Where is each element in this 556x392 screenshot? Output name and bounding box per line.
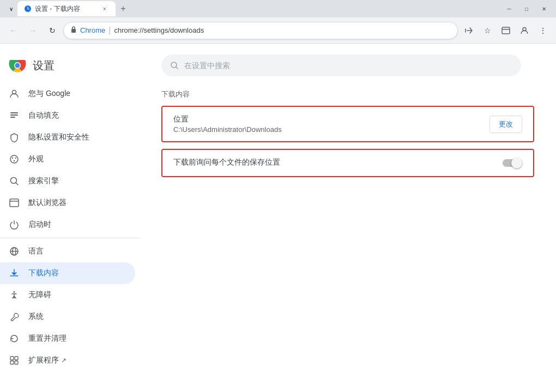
location-card: 位置 C:\Users\Administrator\Downloads 更改 xyxy=(161,106,534,142)
window-controls: ─ □ ✕ xyxy=(501,3,552,14)
svg-rect-1 xyxy=(71,29,76,33)
sidebar-item-downloads[interactable]: 下载内容 xyxy=(0,262,135,284)
svg-point-14 xyxy=(10,155,18,163)
sidebar-label-privacy: 隐私设置和安全性 xyxy=(28,132,89,142)
address-bar[interactable]: Chrome | chrome://settings/downloads xyxy=(63,22,458,39)
svg-point-9 xyxy=(15,63,20,68)
settings-search-bar[interactable] xyxy=(161,55,521,76)
sidebar-item-google[interactable]: 您与 Google xyxy=(0,83,135,105)
sidebar-item-privacy[interactable]: 隐私设置和安全性 xyxy=(0,126,135,148)
titlebar: ∨ 设置 - 下载内容 × + ─ □ ✕ xyxy=(0,0,556,17)
location-content: 位置 C:\Users\Administrator\Downloads xyxy=(173,114,489,134)
ask-location-content: 下载前询问每个文件的保存位置 xyxy=(173,158,503,168)
sidebar-label-appearance: 外观 xyxy=(28,154,44,164)
puzzle-icon xyxy=(9,355,20,366)
sidebar-label-google: 您与 Google xyxy=(28,89,70,99)
sidebar: 设置 您与 Google 自动填充 隐私设置和安全性 外观 xyxy=(0,44,140,392)
search-icon xyxy=(9,176,20,186)
browser-tab[interactable]: 设置 - 下载内容 × xyxy=(17,1,116,16)
sidebar-divider xyxy=(0,238,140,238)
sidebar-label-reset: 重置并清理 xyxy=(28,334,67,343)
sidebar-label-search: 搜索引擎 xyxy=(28,176,59,186)
svg-rect-26 xyxy=(15,361,18,364)
settings-title: 设置 xyxy=(33,58,55,73)
menu-button[interactable]: ⋮ xyxy=(534,22,552,39)
tab-favicon-icon xyxy=(24,5,32,13)
svg-point-17 xyxy=(14,160,15,161)
browser-icon xyxy=(9,197,20,208)
globe-icon xyxy=(9,246,20,257)
svg-rect-23 xyxy=(10,357,14,360)
browser-body: 设置 您与 Google 自动填充 隐私设置和安全性 外观 xyxy=(0,44,556,392)
svg-rect-24 xyxy=(15,357,18,360)
tab-title: 设置 - 下载内容 xyxy=(35,4,80,14)
svg-rect-12 xyxy=(10,114,18,116)
sidebar-item-extensions[interactable]: 扩展程序 ↗ xyxy=(0,349,135,371)
share-button[interactable] xyxy=(460,22,478,39)
toolbar-actions: ☆ ⋮ xyxy=(460,22,552,39)
tab-close-button[interactable]: × xyxy=(100,4,109,13)
settings-content: 下载内容 位置 C:\Users\Administrator\Downloads… xyxy=(140,44,556,392)
reset-icon xyxy=(9,333,20,344)
sidebar-item-startup[interactable]: 启动时 xyxy=(0,214,135,236)
sidebar-item-language[interactable]: 语言 xyxy=(0,240,135,262)
shield-icon xyxy=(9,132,20,143)
wrench-icon xyxy=(9,311,20,322)
svg-rect-19 xyxy=(10,199,19,207)
sidebar-item-autofill[interactable]: 自动填充 xyxy=(0,105,135,126)
toggle-thumb xyxy=(511,158,522,168)
sidebar-item-accessibility[interactable]: 无障碍 xyxy=(0,284,135,306)
sidebar-label-extensions-wrapper: 扩展程序 ↗ xyxy=(28,355,67,365)
minimize-button[interactable]: ─ xyxy=(501,3,517,14)
sidebar-label-language: 语言 xyxy=(28,246,44,256)
ask-location-label: 下载前询问每个文件的保存位置 xyxy=(173,158,503,167)
sidebar-label-extensions: 扩展程序 xyxy=(28,355,59,365)
svg-rect-25 xyxy=(10,361,14,364)
address-brand: Chrome xyxy=(80,26,105,34)
close-button[interactable]: ✕ xyxy=(536,3,552,14)
sidebar-label-autofill: 自动填充 xyxy=(28,111,59,120)
chevron-down-icon[interactable]: ∨ xyxy=(4,3,17,14)
ask-location-toggle[interactable] xyxy=(503,158,522,168)
sidebar-item-search[interactable]: 搜索引擎 xyxy=(0,170,135,192)
svg-rect-11 xyxy=(10,112,18,113)
bookmark-button[interactable]: ☆ xyxy=(479,22,496,39)
back-button[interactable]: ← xyxy=(4,22,22,39)
edit-icon xyxy=(9,110,20,121)
sidebar-label-accessibility: 无障碍 xyxy=(28,290,51,300)
svg-rect-2 xyxy=(502,27,510,34)
svg-point-18 xyxy=(11,178,17,184)
svg-point-22 xyxy=(14,291,15,293)
accessibility-icon xyxy=(9,290,20,300)
address-url: chrome://settings/downloads xyxy=(114,26,204,34)
sidebar-label-startup: 启动时 xyxy=(28,220,51,230)
refresh-button[interactable]: ↻ xyxy=(44,22,61,39)
sidebar-item-system[interactable]: 系统 xyxy=(0,306,135,328)
sidebar-item-browser[interactable]: 默认浏览器 xyxy=(0,192,135,214)
search-input[interactable] xyxy=(184,61,512,70)
lock-icon xyxy=(70,26,77,35)
person-icon xyxy=(9,88,20,99)
section-title: 下载内容 xyxy=(161,89,534,99)
location-row: 位置 C:\Users\Administrator\Downloads 更改 xyxy=(162,107,533,141)
new-tab-button[interactable]: + xyxy=(116,1,131,16)
sidebar-item-appearance[interactable]: 外观 xyxy=(0,148,135,170)
sidebar-header: 设置 xyxy=(0,48,140,83)
browser-toolbar: ← → ↻ Chrome | chrome://settings/downloa… xyxy=(0,17,556,44)
change-location-button[interactable]: 更改 xyxy=(489,116,522,133)
tab-search-button[interactable] xyxy=(497,22,515,39)
sidebar-label-browser: 默认浏览器 xyxy=(28,198,67,208)
external-link-icon: ↗ xyxy=(61,357,67,364)
location-value: C:\Users\Administrator\Downloads xyxy=(173,125,489,134)
chrome-logo-icon xyxy=(9,57,26,74)
sidebar-item-reset[interactable]: 重置并清理 xyxy=(0,328,135,349)
address-separator: | xyxy=(108,26,111,35)
forward-button[interactable]: → xyxy=(24,22,41,39)
svg-rect-13 xyxy=(10,117,15,118)
power-icon xyxy=(9,219,20,230)
sidebar-label-system: 系统 xyxy=(28,312,44,322)
maximize-button[interactable]: □ xyxy=(519,3,534,14)
sidebar-label-downloads: 下载内容 xyxy=(28,268,59,278)
svg-point-15 xyxy=(12,158,13,159)
profile-button[interactable] xyxy=(516,22,533,39)
